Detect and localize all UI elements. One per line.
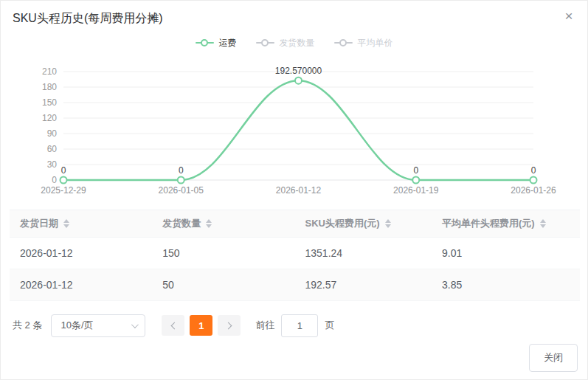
svg-text:2026-01-05: 2026-01-05 bbox=[159, 185, 204, 196]
dialog-header: SKU头程历史(每周费用分摊) bbox=[1, 1, 587, 27]
column-header-1[interactable]: 发货数量 bbox=[152, 210, 294, 238]
goto-suffix-label: 页 bbox=[325, 319, 334, 332]
page-size-value: 10条/页 bbox=[60, 319, 93, 332]
sort-ascending-icon[interactable] bbox=[63, 216, 69, 223]
dialog-footer: 关闭 bbox=[529, 344, 578, 372]
sort-ascending-icon[interactable] bbox=[385, 216, 391, 223]
goto-page: 前往 页 bbox=[255, 314, 334, 337]
svg-text:180: 180 bbox=[42, 82, 57, 92]
table-cell: 2026-01-12 bbox=[10, 269, 152, 301]
column-header-0[interactable]: 发货日期 bbox=[10, 210, 152, 238]
svg-text:0: 0 bbox=[179, 165, 184, 176]
sort-carets-icon[interactable] bbox=[206, 216, 212, 231]
chevron-left-icon bbox=[171, 322, 179, 329]
line-series-icon bbox=[334, 38, 353, 47]
table-cell: 50 bbox=[152, 269, 294, 301]
table-cell: 3.85 bbox=[432, 269, 580, 301]
column-header-2[interactable]: SKU头程费用(元) bbox=[295, 210, 432, 238]
sort-carets-icon[interactable] bbox=[385, 216, 391, 231]
sku-history-dialog: { "dialog": { "title": "SKU头程历史(每周费用分摊)"… bbox=[0, 0, 588, 380]
svg-text:210: 210 bbox=[42, 66, 57, 77]
column-header-3[interactable]: 平均单件头程费用(元) bbox=[432, 210, 580, 238]
svg-text:2026-01-26: 2026-01-26 bbox=[511, 185, 556, 196]
page-number-button[interactable]: 1 bbox=[190, 315, 212, 336]
legend-item-2[interactable]: 平均单价 bbox=[334, 37, 393, 49]
close-dialog-button[interactable]: 关闭 bbox=[529, 344, 578, 372]
sort-descending-icon[interactable] bbox=[63, 224, 69, 231]
pagination: 共 2 条 10条/页 1 前往 页 bbox=[13, 314, 575, 337]
svg-text:90: 90 bbox=[47, 128, 58, 139]
svg-text:2026-01-19: 2026-01-19 bbox=[393, 185, 439, 196]
page-size-select[interactable]: 10条/页 bbox=[51, 314, 145, 337]
sort-carets-icon[interactable] bbox=[540, 216, 546, 231]
goto-label: 前往 bbox=[255, 319, 274, 332]
table-cell: 9.01 bbox=[432, 238, 580, 269]
chart-legend: 运费发货数量平均单价 bbox=[1, 35, 587, 50]
svg-text:120: 120 bbox=[42, 113, 57, 123]
legend-item-1[interactable]: 发货数量 bbox=[256, 37, 315, 49]
table-cell: 150 bbox=[152, 238, 294, 269]
line-series-icon bbox=[256, 38, 274, 47]
dialog-title: SKU头程历史(每周费用分摊) bbox=[13, 12, 163, 24]
next-page-button[interactable] bbox=[218, 315, 241, 336]
svg-text:2026-01-12: 2026-01-12 bbox=[276, 185, 322, 196]
goto-page-input[interactable] bbox=[281, 314, 318, 337]
svg-text:192.570000: 192.570000 bbox=[275, 66, 322, 76]
svg-text:2025-12-29: 2025-12-29 bbox=[41, 185, 86, 196]
svg-text:60: 60 bbox=[47, 144, 58, 154]
legend-item-0[interactable]: 运费 bbox=[196, 37, 237, 49]
sort-descending-icon[interactable] bbox=[206, 224, 212, 231]
history-table: 发货日期发货数量SKU头程费用(元)平均单件头程费用(元) 2026-01-12… bbox=[10, 210, 580, 301]
table-row: 2026-01-1250192.573.85 bbox=[10, 269, 580, 301]
table-row: 2026-01-121501351.249.01 bbox=[10, 238, 580, 269]
svg-text:30: 30 bbox=[47, 159, 58, 170]
svg-text:0: 0 bbox=[531, 165, 536, 176]
sort-ascending-icon[interactable] bbox=[540, 216, 546, 223]
table-cell: 192.57 bbox=[295, 269, 432, 301]
line-chart-svg[interactable]: 03060901201501802102025-12-292026-01-052… bbox=[1, 52, 588, 196]
table-header-row: 发货日期发货数量SKU头程费用(元)平均单件头程费用(元) bbox=[10, 210, 580, 238]
chevron-right-icon bbox=[225, 322, 232, 329]
svg-text:0: 0 bbox=[413, 165, 418, 176]
sort-carets-icon[interactable] bbox=[63, 216, 69, 231]
sort-descending-icon[interactable] bbox=[385, 224, 391, 231]
sort-ascending-icon[interactable] bbox=[206, 216, 212, 223]
table-cell: 2026-01-12 bbox=[10, 238, 152, 269]
svg-text:0: 0 bbox=[61, 165, 66, 176]
pager: 1 bbox=[162, 315, 241, 336]
line-chart[interactable]: 03060901201501802102025-12-292026-01-052… bbox=[1, 52, 587, 196]
close-icon[interactable]: × bbox=[561, 9, 576, 24]
line-series-icon bbox=[196, 38, 214, 47]
svg-text:150: 150 bbox=[42, 97, 57, 108]
prev-page-button[interactable] bbox=[162, 315, 184, 336]
sort-descending-icon[interactable] bbox=[540, 224, 546, 231]
table-body: 2026-01-121501351.249.012026-01-1250192.… bbox=[10, 238, 580, 301]
svg-text:0: 0 bbox=[52, 175, 57, 185]
total-count-label: 共 2 条 bbox=[13, 319, 42, 332]
chevron-down-icon bbox=[131, 321, 139, 328]
table-cell: 1351.24 bbox=[295, 238, 432, 269]
